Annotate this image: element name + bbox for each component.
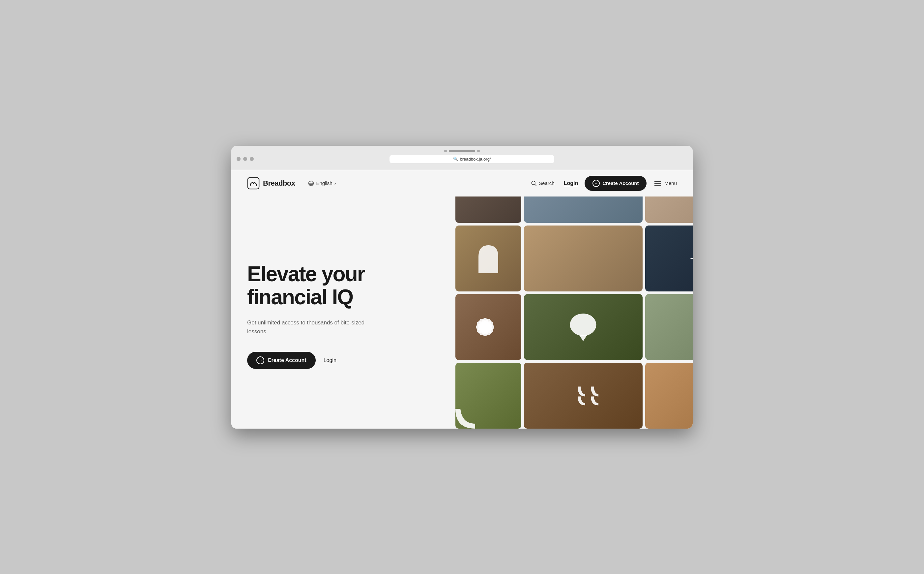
browser-controls: 🔍 breadbox.ja.org/ — [237, 155, 687, 163]
photo-grid — [453, 197, 693, 429]
blob-shape-icon — [570, 312, 597, 342]
star4-shape-icon — [688, 245, 693, 272]
svg-point-17 — [480, 322, 490, 332]
traffic-light-maximize[interactable] — [250, 157, 254, 161]
browser-window: 🔍 breadbox.ja.org/ Breadbox — [231, 146, 693, 429]
hero-title: Elevate your financial IQ — [247, 262, 437, 309]
language-arrow: › — [334, 180, 336, 186]
tab-dot-1 — [444, 150, 447, 152]
browser-chrome: 🔍 breadbox.ja.org/ — [231, 146, 693, 170]
svg-marker-19 — [579, 334, 587, 341]
nav-create-account-label: Create Account — [602, 180, 639, 186]
breadbox-logo-icon — [247, 177, 260, 189]
quote-partial-shape-icon — [455, 405, 482, 429]
traffic-light-minimize[interactable] — [243, 157, 247, 161]
page-content: Breadbox English › Search — [231, 170, 693, 429]
photo-cell-2 — [524, 197, 642, 223]
photo-cell-10 — [455, 363, 521, 429]
photo-cell-5 — [524, 226, 642, 292]
navbar: Breadbox English › Search — [231, 170, 693, 197]
photo-cell-1 — [455, 197, 521, 223]
nav-login-button[interactable]: Login — [564, 180, 578, 186]
tab-bar — [237, 150, 687, 152]
logo-area[interactable]: Breadbox — [247, 177, 295, 189]
quotemark-shape-icon — [576, 385, 602, 406]
tab-active-indicator — [449, 150, 475, 152]
hero-create-account-arrow-icon: → — [257, 356, 264, 364]
menu-label: Menu — [664, 180, 677, 186]
photo-cell-12 — [645, 363, 693, 429]
photo-cell-6 — [645, 226, 693, 292]
flower-shape-icon — [470, 312, 500, 342]
globe-icon — [308, 180, 314, 186]
hero-login-button[interactable]: Login — [324, 357, 337, 363]
photo-cell-11 — [524, 363, 642, 429]
photo-cell-9 — [645, 294, 693, 360]
search-nav-item[interactable]: Search — [531, 180, 555, 186]
language-label: English — [316, 180, 332, 186]
tab-dot-2 — [477, 150, 480, 152]
hero-create-account-label: Create Account — [268, 357, 307, 363]
address-search-icon: 🔍 — [453, 157, 458, 161]
search-label: Search — [539, 180, 555, 186]
logo-text: Breadbox — [263, 179, 295, 188]
hero-create-account-button[interactable]: → Create Account — [247, 352, 316, 369]
hero-section: Elevate your financial IQ Get unlimited … — [231, 197, 453, 429]
arch-shape-icon — [477, 244, 500, 273]
address-bar[interactable]: 🔍 breadbox.ja.org/ — [389, 155, 554, 163]
create-account-arrow-icon: → — [592, 180, 600, 187]
photo-cell-3 — [645, 197, 693, 223]
search-icon — [531, 180, 537, 186]
hamburger-icon — [655, 181, 661, 186]
language-selector[interactable]: English › — [308, 180, 336, 186]
photo-cell-8 — [524, 294, 642, 360]
svg-point-18 — [570, 314, 597, 336]
hero-subtitle: Get unlimited access to thousands of bit… — [247, 318, 379, 336]
nav-create-account-button[interactable]: → Create Account — [585, 176, 647, 191]
svg-line-7 — [535, 184, 537, 186]
traffic-light-close[interactable] — [237, 157, 241, 161]
photo-cell-4 — [455, 226, 521, 292]
main-layout: Elevate your financial IQ Get unlimited … — [231, 197, 693, 429]
photo-cell-7 — [455, 294, 521, 360]
hero-buttons: → Create Account Login — [247, 352, 437, 369]
url-text: breadbox.ja.org/ — [460, 157, 491, 162]
menu-button[interactable]: Menu — [655, 180, 677, 186]
